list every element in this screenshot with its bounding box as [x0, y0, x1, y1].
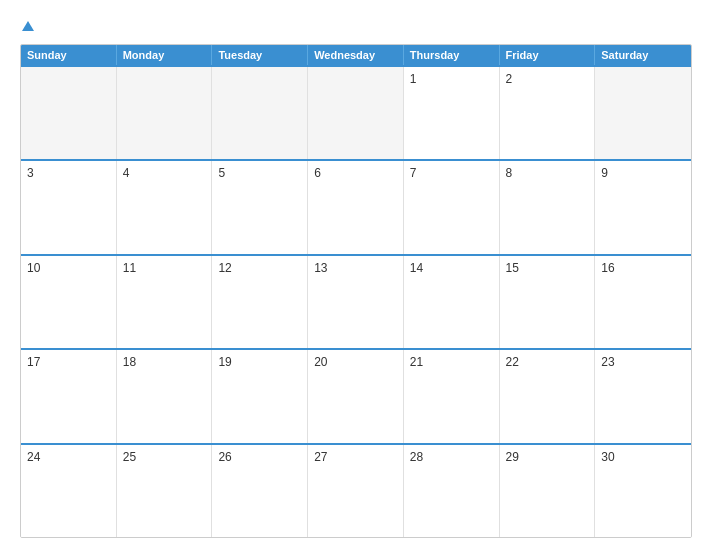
calendar-cell: 9: [595, 161, 691, 253]
calendar-cell: [21, 67, 117, 159]
calendar-cell: 5: [212, 161, 308, 253]
logo: [20, 18, 34, 34]
day-number: 30: [601, 450, 614, 464]
calendar-cell: 28: [404, 445, 500, 537]
day-number: 24: [27, 450, 40, 464]
day-number: 29: [506, 450, 519, 464]
day-number: 8: [506, 166, 513, 180]
day-number: 6: [314, 166, 321, 180]
calendar-cell: 27: [308, 445, 404, 537]
calendar-cell: 1: [404, 67, 500, 159]
calendar-row-1: 3456789: [21, 159, 691, 253]
calendar-cell: 15: [500, 256, 596, 348]
calendar-cell: 17: [21, 350, 117, 442]
day-number: 27: [314, 450, 327, 464]
logo-text: [20, 18, 34, 34]
day-number: 1: [410, 72, 417, 86]
calendar-cell: 11: [117, 256, 213, 348]
calendar-cell: 25: [117, 445, 213, 537]
calendar-header: SundayMondayTuesdayWednesdayThursdayFrid…: [21, 45, 691, 65]
calendar-cell: 16: [595, 256, 691, 348]
calendar-cell: [595, 67, 691, 159]
day-number: 4: [123, 166, 130, 180]
day-number: 15: [506, 261, 519, 275]
day-number: 19: [218, 355, 231, 369]
day-number: 14: [410, 261, 423, 275]
calendar-cell: 18: [117, 350, 213, 442]
calendar-cell: [117, 67, 213, 159]
day-number: 23: [601, 355, 614, 369]
calendar-cell: 22: [500, 350, 596, 442]
day-number: 20: [314, 355, 327, 369]
calendar-cell: 2: [500, 67, 596, 159]
day-number: 26: [218, 450, 231, 464]
day-number: 12: [218, 261, 231, 275]
calendar-cell: 14: [404, 256, 500, 348]
header-day-friday: Friday: [500, 45, 596, 65]
calendar-row-2: 10111213141516: [21, 254, 691, 348]
calendar-cell: 20: [308, 350, 404, 442]
calendar-cell: 3: [21, 161, 117, 253]
header-day-monday: Monday: [117, 45, 213, 65]
calendar-cell: 10: [21, 256, 117, 348]
day-number: 22: [506, 355, 519, 369]
calendar: SundayMondayTuesdayWednesdayThursdayFrid…: [20, 44, 692, 538]
header-day-wednesday: Wednesday: [308, 45, 404, 65]
logo-triangle-icon: [22, 21, 34, 31]
calendar-cell: 21: [404, 350, 500, 442]
day-number: 2: [506, 72, 513, 86]
day-number: 17: [27, 355, 40, 369]
calendar-cell: 26: [212, 445, 308, 537]
day-number: 25: [123, 450, 136, 464]
header: [20, 18, 692, 34]
day-number: 7: [410, 166, 417, 180]
day-number: 11: [123, 261, 136, 275]
calendar-cell: 19: [212, 350, 308, 442]
header-day-sunday: Sunday: [21, 45, 117, 65]
day-number: 16: [601, 261, 614, 275]
calendar-cell: 6: [308, 161, 404, 253]
day-number: 13: [314, 261, 327, 275]
day-number: 9: [601, 166, 608, 180]
calendar-row-0: 12: [21, 65, 691, 159]
header-day-thursday: Thursday: [404, 45, 500, 65]
calendar-cell: 13: [308, 256, 404, 348]
calendar-cell: 30: [595, 445, 691, 537]
calendar-cell: 8: [500, 161, 596, 253]
header-day-tuesday: Tuesday: [212, 45, 308, 65]
calendar-row-3: 17181920212223: [21, 348, 691, 442]
day-number: 3: [27, 166, 34, 180]
calendar-body: 1234567891011121314151617181920212223242…: [21, 65, 691, 537]
calendar-cell: 4: [117, 161, 213, 253]
calendar-cell: [212, 67, 308, 159]
day-number: 21: [410, 355, 423, 369]
page: SundayMondayTuesdayWednesdayThursdayFrid…: [0, 0, 712, 550]
day-number: 18: [123, 355, 136, 369]
day-number: 5: [218, 166, 225, 180]
day-number: 28: [410, 450, 423, 464]
calendar-cell: 23: [595, 350, 691, 442]
header-day-saturday: Saturday: [595, 45, 691, 65]
day-number: 10: [27, 261, 40, 275]
calendar-cell: 12: [212, 256, 308, 348]
calendar-cell: [308, 67, 404, 159]
calendar-cell: 24: [21, 445, 117, 537]
calendar-cell: 7: [404, 161, 500, 253]
calendar-row-4: 24252627282930: [21, 443, 691, 537]
calendar-cell: 29: [500, 445, 596, 537]
